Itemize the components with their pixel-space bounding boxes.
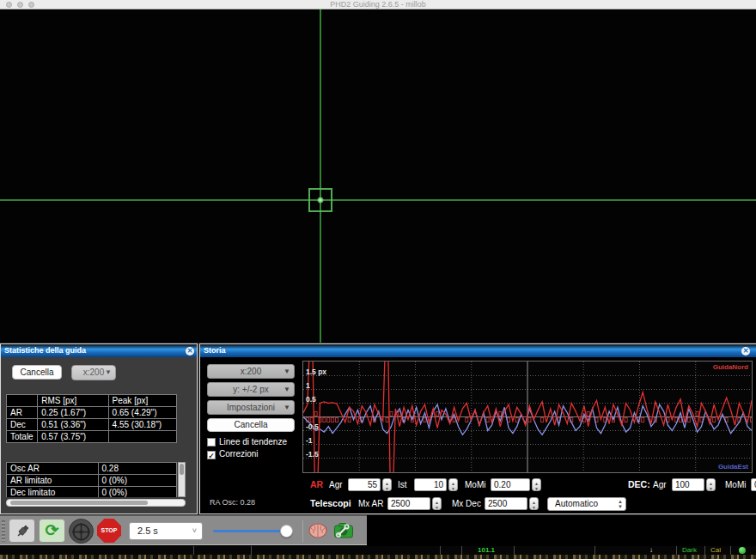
cal-status: Cal [710,546,721,555]
stop-button[interactable]: STOP [97,519,121,543]
stats-cell: Totale [7,431,38,443]
toolbar-separator [302,520,303,542]
dec-label: DEC: [628,478,650,491]
correction-bar [323,418,326,422]
brain-icon [308,521,328,540]
correction-bar [436,412,439,416]
history-titlebar[interactable]: Storia ✕ [200,344,756,357]
ar-momi-stepper[interactable]: ▲▼ [532,478,541,491]
guide-stats-title: Statistiche della guida [4,346,86,355]
table-row: AR limitato0 (0%) [7,475,177,487]
trendlines-checkbox[interactable] [207,438,216,447]
dec-agr-field[interactable]: 100 [672,478,704,491]
ist-field[interactable]: 10 [414,478,447,491]
ra-osc-label: RA Osc: 0.28 [210,498,255,507]
extra-stats-cell: AR limitato [7,475,99,487]
statusbar-divider [193,546,194,555]
ytick-label: -1 [306,436,313,445]
ytick-label: -1.5 [306,450,319,459]
stats-cell: 0.65 (4.29") [108,407,176,419]
table-row: Dec0.51 (3.36")4.55 (30.18") [7,419,177,431]
usb-connect-icon [13,522,32,541]
correction-bar [541,418,544,422]
correction-bar [466,418,468,422]
image-noise-strip [0,555,756,559]
dec-agr-stepper[interactable]: ▲▼ [706,478,716,491]
dec-mode-dropdown[interactable]: Automatico ▲▼ [547,497,626,511]
correction-bar [528,418,531,422]
updown-arrows-icon: ▲▼ [618,499,623,509]
extra-stats-scrollview[interactable]: Osc AR0.28AR limitato0 (0%)Dec limitato0… [6,462,177,497]
stats-cell: 0.51 (3.36") [38,419,108,431]
history-xscale-dropdown[interactable]: x:200▼ [207,364,295,379]
scrollbar-thumb[interactable] [10,501,148,505]
extra-stats-table: Osc AR0.28AR limitato0 (0%)Dec limitato0… [6,462,177,497]
history-settings-dropdown[interactable]: Impostazioni▼ [207,400,295,415]
connect-equipment-button[interactable] [9,519,35,543]
correction-bar [625,418,627,422]
ist-label: Ist [398,478,407,491]
window-title: PHD2 Guiding 2.6.5 - millob [0,0,756,9]
close-icon[interactable]: ✕ [186,347,194,355]
crosshair-horizontal-line [0,199,756,201]
advanced-settings-button[interactable] [307,519,329,543]
ytick-label: 1.5 px [306,368,326,376]
guide-stats-titlebar[interactable]: Statistiche della guida ✕ [1,344,197,357]
stats-cell: 0.25 (1.67") [38,407,108,419]
trendlines-checkbox-row[interactable]: Linee di tendenze [207,437,287,447]
ar-agr-stepper[interactable]: ▲▼ [382,478,392,491]
corrections-checkbox-row[interactable]: ✓Correzioni [207,449,259,459]
stats-clear-button[interactable]: Cancella [12,365,62,380]
telescope-label: Telescopi [310,497,351,510]
slider-knob[interactable] [280,525,293,538]
correction-bar [336,418,338,422]
history-clear-button[interactable]: Cancella [207,418,295,432]
guide-star[interactable] [317,197,324,204]
history-title: Storia [204,346,226,355]
close-icon[interactable]: ✕ [741,347,750,355]
table-row: Osc AR0.28 [7,463,177,475]
mxar-label: Mx AR [358,497,383,510]
dec-agr-label: Agr [653,478,667,491]
correction-bar [642,418,644,422]
correction-bar [696,412,698,416]
loop-icon: ⟳ [46,521,59,539]
mxdec-stepper[interactable]: ▲▼ [529,497,539,510]
statusbar-divider [676,546,677,555]
statusbar-divider [730,546,731,555]
correction-bar [687,418,690,422]
history-graph-svg [303,362,752,472]
ar-momi-label: MoMi [465,478,485,491]
camera-settings-button[interactable] [332,519,355,543]
extra-stats-cell: 0 (0%) [98,475,176,487]
ist-stepper[interactable]: ▲▼ [448,478,458,491]
corrections-checkbox[interactable]: ✓ [207,451,216,459]
vertical-scrollbar[interactable] [178,462,186,497]
ytick-label: 0.5 [306,395,316,404]
exposure-dropdown[interactable]: 2.5 s ˅ [129,522,203,540]
start-guiding-button[interactable] [69,519,94,544]
dec-momi-field[interactable]: 0.20 [751,478,756,491]
toolbar-grip[interactable] [2,520,5,542]
guide-target-icon [71,522,91,542]
mxar-field[interactable]: 2500 [387,497,430,510]
table-row: RMS [px]Peak [px] [7,395,177,407]
horizontal-scrollbar[interactable] [6,499,186,507]
mxdec-field[interactable]: 2500 [485,497,527,510]
stats-scale-dropdown[interactable]: x:200 ▼ [71,365,116,380]
stats-cell: AR [7,407,38,419]
mxar-stepper[interactable]: ▲▼ [432,497,442,510]
correction-bar [587,412,589,416]
mxdec-label: Mx Dec [452,497,481,510]
scrollbar-thumb[interactable] [180,464,184,475]
legend-guidanord: GuidaNord [713,363,748,371]
correction-bar [751,418,753,422]
statusbar-divider [704,546,705,555]
status-bar: 101.1 ↓ Dark Cal [0,546,756,555]
loop-exposures-button[interactable]: ⟳ [39,519,65,543]
history-window: Storia ✕ x:200▼ y: +/-2 px▼ Impostazioni… [199,343,756,514]
stretch-slider[interactable] [213,525,299,538]
history-yscale-dropdown[interactable]: y: +/-2 px▼ [207,382,295,397]
ar-agr-field[interactable]: 55 [348,478,381,491]
ar-momi-field[interactable]: 0.20 [491,478,530,491]
